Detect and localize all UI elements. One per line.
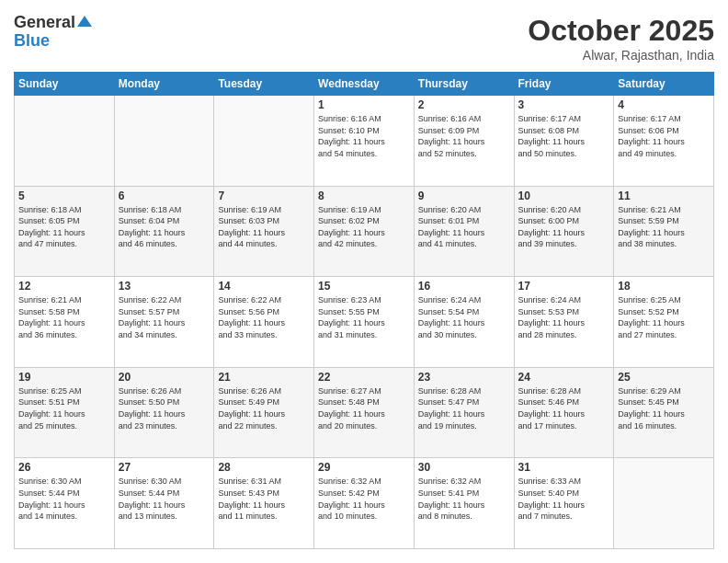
col-wednesday: Wednesday bbox=[314, 73, 415, 96]
day-info: Sunrise: 6:28 AM Sunset: 5:47 PM Dayligh… bbox=[418, 385, 510, 431]
calendar: Sunday Monday Tuesday Wednesday Thursday… bbox=[14, 72, 714, 549]
day-info: Sunrise: 6:28 AM Sunset: 5:46 PM Dayligh… bbox=[518, 385, 610, 431]
day-number: 4 bbox=[618, 98, 710, 111]
day-number: 6 bbox=[119, 190, 210, 202]
col-monday: Monday bbox=[114, 73, 214, 96]
calendar-day: 20Sunrise: 6:26 AM Sunset: 5:50 PM Dayli… bbox=[114, 367, 214, 458]
day-number: 12 bbox=[18, 280, 110, 293]
day-number: 20 bbox=[119, 371, 210, 384]
location: Alwar, Rajasthan, India bbox=[528, 48, 714, 63]
day-info: Sunrise: 6:22 AM Sunset: 5:57 PM Dayligh… bbox=[119, 294, 210, 340]
day-info: Sunrise: 6:33 AM Sunset: 5:40 PM Dayligh… bbox=[518, 476, 610, 522]
day-number: 18 bbox=[618, 280, 710, 293]
calendar-day: 2Sunrise: 6:16 AM Sunset: 6:09 PM Daylig… bbox=[414, 96, 514, 187]
calendar-day: 29Sunrise: 6:32 AM Sunset: 5:42 PM Dayli… bbox=[314, 458, 415, 549]
day-number: 14 bbox=[218, 280, 310, 293]
calendar-day: 21Sunrise: 6:26 AM Sunset: 5:49 PM Dayli… bbox=[214, 367, 314, 458]
day-number: 30 bbox=[418, 461, 510, 474]
day-info: Sunrise: 6:27 AM Sunset: 5:48 PM Dayligh… bbox=[318, 385, 410, 431]
day-number: 16 bbox=[418, 280, 510, 293]
calendar-day bbox=[15, 96, 115, 187]
logo-general: General bbox=[14, 14, 75, 32]
calendar-day bbox=[214, 96, 314, 187]
day-number: 3 bbox=[518, 98, 610, 111]
day-info: Sunrise: 6:29 AM Sunset: 5:45 PM Dayligh… bbox=[618, 385, 710, 431]
calendar-week-2: 12Sunrise: 6:21 AM Sunset: 5:58 PM Dayli… bbox=[15, 277, 714, 368]
calendar-day: 17Sunrise: 6:24 AM Sunset: 5:53 PM Dayli… bbox=[514, 277, 614, 368]
calendar-day: 27Sunrise: 6:30 AM Sunset: 5:44 PM Dayli… bbox=[114, 458, 214, 549]
calendar-day: 5Sunrise: 6:18 AM Sunset: 6:05 PM Daylig… bbox=[15, 186, 115, 277]
day-info: Sunrise: 6:18 AM Sunset: 6:04 PM Dayligh… bbox=[119, 204, 210, 250]
calendar-day: 9Sunrise: 6:20 AM Sunset: 6:01 PM Daylig… bbox=[414, 186, 514, 277]
calendar-day: 11Sunrise: 6:21 AM Sunset: 5:59 PM Dayli… bbox=[614, 186, 714, 277]
calendar-day: 8Sunrise: 6:19 AM Sunset: 6:02 PM Daylig… bbox=[314, 186, 415, 277]
day-number: 7 bbox=[218, 190, 310, 202]
day-number: 11 bbox=[618, 190, 710, 202]
calendar-day: 28Sunrise: 6:31 AM Sunset: 5:43 PM Dayli… bbox=[214, 458, 314, 549]
day-info: Sunrise: 6:25 AM Sunset: 5:51 PM Dayligh… bbox=[18, 385, 110, 431]
day-info: Sunrise: 6:26 AM Sunset: 5:50 PM Dayligh… bbox=[119, 385, 210, 431]
svg-marker-0 bbox=[77, 16, 92, 27]
day-info: Sunrise: 6:18 AM Sunset: 6:05 PM Dayligh… bbox=[18, 204, 110, 250]
month-title: October 2025 bbox=[528, 14, 714, 48]
day-info: Sunrise: 6:21 AM Sunset: 5:58 PM Dayligh… bbox=[18, 294, 110, 340]
day-info: Sunrise: 6:16 AM Sunset: 6:10 PM Dayligh… bbox=[318, 113, 410, 159]
day-number: 1 bbox=[318, 98, 410, 111]
day-info: Sunrise: 6:24 AM Sunset: 5:53 PM Dayligh… bbox=[518, 294, 610, 340]
day-number: 23 bbox=[418, 371, 510, 384]
logo-blue: Blue bbox=[14, 31, 50, 50]
calendar-day: 1Sunrise: 6:16 AM Sunset: 6:10 PM Daylig… bbox=[314, 96, 415, 187]
calendar-day: 13Sunrise: 6:22 AM Sunset: 5:57 PM Dayli… bbox=[114, 277, 214, 368]
day-number: 25 bbox=[618, 371, 710, 384]
day-number: 21 bbox=[218, 371, 310, 384]
calendar-day: 12Sunrise: 6:21 AM Sunset: 5:58 PM Dayli… bbox=[15, 277, 115, 368]
calendar-week-4: 26Sunrise: 6:30 AM Sunset: 5:44 PM Dayli… bbox=[15, 458, 714, 549]
day-info: Sunrise: 6:32 AM Sunset: 5:42 PM Dayligh… bbox=[318, 476, 410, 522]
calendar-day bbox=[114, 96, 214, 187]
calendar-day: 14Sunrise: 6:22 AM Sunset: 5:56 PM Dayli… bbox=[214, 277, 314, 368]
title-block: October 2025 Alwar, Rajasthan, India bbox=[528, 14, 714, 63]
day-info: Sunrise: 6:30 AM Sunset: 5:44 PM Dayligh… bbox=[119, 476, 210, 522]
day-info: Sunrise: 6:19 AM Sunset: 6:03 PM Dayligh… bbox=[218, 204, 310, 250]
day-info: Sunrise: 6:17 AM Sunset: 6:06 PM Dayligh… bbox=[618, 113, 710, 159]
day-info: Sunrise: 6:23 AM Sunset: 5:55 PM Dayligh… bbox=[318, 294, 410, 340]
day-number: 13 bbox=[119, 280, 210, 293]
col-saturday: Saturday bbox=[614, 73, 714, 96]
calendar-day: 10Sunrise: 6:20 AM Sunset: 6:00 PM Dayli… bbox=[514, 186, 614, 277]
calendar-day: 23Sunrise: 6:28 AM Sunset: 5:47 PM Dayli… bbox=[414, 367, 514, 458]
day-info: Sunrise: 6:17 AM Sunset: 6:08 PM Dayligh… bbox=[518, 113, 610, 159]
day-number: 15 bbox=[318, 280, 410, 293]
calendar-week-0: 1Sunrise: 6:16 AM Sunset: 6:10 PM Daylig… bbox=[15, 96, 714, 187]
calendar-day: 25Sunrise: 6:29 AM Sunset: 5:45 PM Dayli… bbox=[614, 367, 714, 458]
calendar-day: 19Sunrise: 6:25 AM Sunset: 5:51 PM Dayli… bbox=[15, 367, 115, 458]
day-number: 17 bbox=[518, 280, 610, 293]
day-info: Sunrise: 6:22 AM Sunset: 5:56 PM Dayligh… bbox=[218, 294, 310, 340]
day-number: 26 bbox=[18, 461, 110, 474]
calendar-day: 16Sunrise: 6:24 AM Sunset: 5:54 PM Dayli… bbox=[414, 277, 514, 368]
calendar-day: 3Sunrise: 6:17 AM Sunset: 6:08 PM Daylig… bbox=[514, 96, 614, 187]
day-number: 31 bbox=[518, 461, 610, 474]
calendar-week-3: 19Sunrise: 6:25 AM Sunset: 5:51 PM Dayli… bbox=[15, 367, 714, 458]
day-info: Sunrise: 6:30 AM Sunset: 5:44 PM Dayligh… bbox=[18, 476, 110, 522]
calendar-header-row: Sunday Monday Tuesday Wednesday Thursday… bbox=[15, 73, 714, 96]
day-info: Sunrise: 6:21 AM Sunset: 5:59 PM Dayligh… bbox=[618, 204, 710, 250]
day-info: Sunrise: 6:20 AM Sunset: 6:01 PM Dayligh… bbox=[418, 204, 510, 250]
calendar-day: 26Sunrise: 6:30 AM Sunset: 5:44 PM Dayli… bbox=[15, 458, 115, 549]
day-number: 2 bbox=[418, 98, 510, 111]
col-friday: Friday bbox=[514, 73, 614, 96]
calendar-day: 4Sunrise: 6:17 AM Sunset: 6:06 PM Daylig… bbox=[614, 96, 714, 187]
day-number: 8 bbox=[318, 190, 410, 202]
page: General Blue October 2025 Alwar, Rajasth… bbox=[0, 0, 728, 563]
day-info: Sunrise: 6:24 AM Sunset: 5:54 PM Dayligh… bbox=[418, 294, 510, 340]
calendar-day: 22Sunrise: 6:27 AM Sunset: 5:48 PM Dayli… bbox=[314, 367, 415, 458]
header: General Blue October 2025 Alwar, Rajasth… bbox=[14, 14, 714, 63]
calendar-day: 7Sunrise: 6:19 AM Sunset: 6:03 PM Daylig… bbox=[214, 186, 314, 277]
day-number: 29 bbox=[318, 461, 410, 474]
day-number: 27 bbox=[119, 461, 210, 474]
logo-triangle-icon bbox=[77, 14, 92, 29]
day-info: Sunrise: 6:19 AM Sunset: 6:02 PM Dayligh… bbox=[318, 204, 410, 250]
day-number: 19 bbox=[18, 371, 110, 384]
day-number: 5 bbox=[18, 190, 110, 202]
day-info: Sunrise: 6:32 AM Sunset: 5:41 PM Dayligh… bbox=[418, 476, 510, 522]
day-number: 10 bbox=[518, 190, 610, 202]
